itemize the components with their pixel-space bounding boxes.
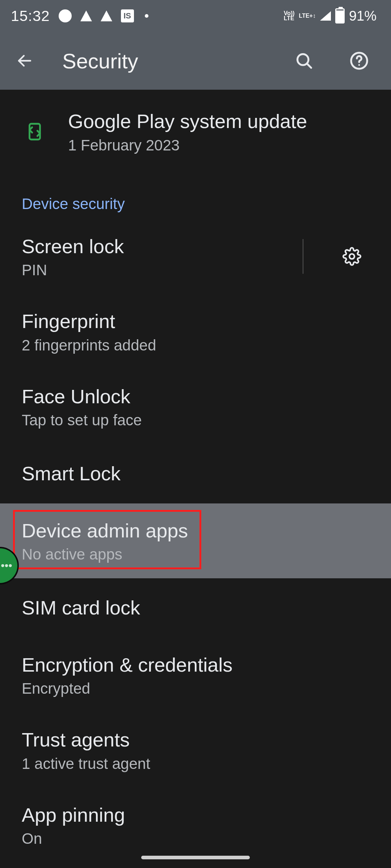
page-title: Security [62,49,138,73]
svg-point-6 [349,254,354,259]
svg-line-2 [307,64,311,68]
pref-title: Screen lock [22,234,282,259]
pref-summary: Encrypted [22,680,369,697]
device-admin-apps-item[interactable]: Device admin apps No active apps [0,503,391,579]
more-dots-icon: ••• [1,559,12,572]
status-bar: 15:32 IS Vo)) LTE LTE+↕ 91% [0,0,391,32]
more-notifications-dot-icon [145,14,148,18]
pref-summary: Tap to set up face [22,412,369,429]
gear-icon [342,247,361,266]
svg-point-4 [358,64,360,66]
gesture-nav-handle[interactable] [141,856,250,859]
pref-title: SIM card lock [22,596,369,620]
app-bar: Security [0,32,391,90]
pref-title: App pinning [22,803,369,827]
play-update-icon [22,121,48,142]
notification-dot-icon [59,9,72,22]
pref-summary: PIN [22,261,282,279]
encryption-credentials-item[interactable]: Encryption & credentials Encrypted [0,638,391,713]
trust-agents-item[interactable]: Trust agents 1 active trust agent [0,712,391,788]
pref-title: Fingerprint [22,309,369,334]
help-button[interactable] [342,43,377,78]
sim-card-lock-item[interactable]: SIM card lock [0,578,391,638]
screen-lock-item[interactable]: Screen lock PIN [0,219,391,294]
pref-summary: No active apps [22,546,369,563]
arrow-left-icon [16,52,33,69]
battery-percent: 91% [349,8,377,24]
settings-content: Google Play system update 1 February 202… [0,90,391,863]
pref-title: Device admin apps [22,519,369,543]
smart-lock-item[interactable]: Smart Lock [0,444,391,503]
back-button[interactable] [7,43,42,78]
pref-title: Face Unlock [22,384,369,409]
help-circle-icon [349,51,369,71]
pref-summary: On [22,830,369,847]
search-icon [295,51,314,70]
battery-icon [335,8,345,24]
lte-plus-icon: LTE+↕ [299,13,316,18]
status-left: 15:32 IS [11,8,148,25]
app-pinning-item[interactable]: App pinning On [0,788,391,863]
divider [303,239,303,274]
cell-signal-icon [320,11,331,21]
is-app-icon: IS [121,9,134,22]
pref-summary: 2 fingerprints added [22,337,369,354]
pref-summary: 1 February 2023 [68,137,369,154]
pref-title: Trust agents [22,728,369,752]
face-unlock-item[interactable]: Face Unlock Tap to set up face [0,369,391,444]
play-system-update-item[interactable]: Google Play system update 1 February 202… [0,93,391,170]
status-right: Vo)) LTE LTE+↕ 91% [284,8,377,24]
send-app-icon [80,10,92,21]
pref-title: Encryption & credentials [22,653,369,677]
fingerprint-item[interactable]: Fingerprint 2 fingerprints added [0,294,391,369]
search-button[interactable] [287,43,321,78]
send-app-icon-2 [101,10,112,21]
pref-title: Smart Lock [22,461,369,486]
screen-lock-settings-button[interactable] [335,239,369,274]
status-time: 15:32 [11,8,50,25]
section-header-device-security: Device security [0,170,391,219]
pref-title: Google Play system update [68,109,369,134]
volte-icon: Vo)) LTE [284,11,295,21]
pref-summary: 1 active trust agent [22,755,369,773]
